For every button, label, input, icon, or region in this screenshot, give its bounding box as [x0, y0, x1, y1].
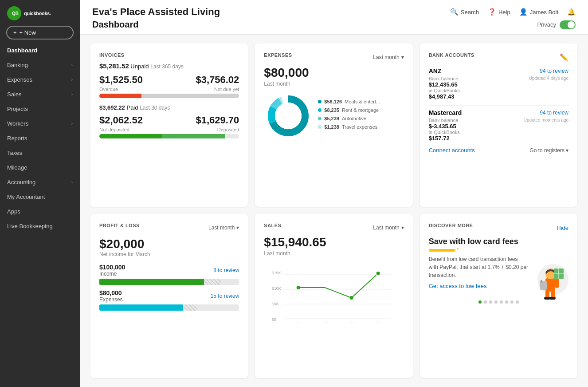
get-access-link[interactable]: Get access to low fees [429, 283, 529, 289]
sidebar-item-workers[interactable]: Workers › [0, 116, 80, 131]
invoices-unpaid: $5,281.52 Unpaid Last 365 days [99, 62, 239, 70]
chevron-icon: › [71, 92, 73, 97]
pl-income-review[interactable]: 8 to review [213, 267, 239, 273]
sales-total: $15,940.65 [264, 235, 404, 249]
sales-sub-label: Last month [264, 250, 404, 257]
bell-icon: 🔔 [567, 8, 576, 16]
sidebar-item-live-bookkeeping[interactable]: Live Bookkeeping [0, 219, 80, 233]
sidebar-item-sales[interactable]: Sales › [0, 87, 80, 102]
chevron-icon: › [71, 121, 73, 126]
sidebar-item-reports[interactable]: Reports [0, 131, 80, 146]
paid-amount: $3,692.22 [99, 104, 125, 111]
sidebar-item-banking[interactable]: Banking › [0, 58, 80, 72]
not-due-label: Not due yet [196, 87, 239, 92]
expenses-total: $80,000 [264, 66, 404, 80]
legend-dot-3 [318, 125, 321, 129]
overdue-col: $1,525.50 Overdue [99, 74, 143, 92]
pl-income-label: Income [99, 271, 125, 277]
review-link-anz[interactable]: 94 to review [540, 68, 568, 74]
review-link-mc[interactable]: 94 to review [540, 110, 568, 116]
sidebar-item-expenses[interactable]: Expenses › [0, 72, 80, 87]
expenses-sub-label: Last month [264, 81, 404, 87]
logo-icon: QB [7, 6, 21, 20]
chart-point-q1 [297, 286, 300, 289]
header-actions: 🔍 Search ❓ Help 👤 James Bolt 🔔 [450, 8, 576, 16]
sales-period-selector[interactable]: Last month ▾ [373, 225, 404, 231]
pl-net-income: $20,000 [99, 237, 239, 251]
discover-body: Benefit from low card transaction fees w… [429, 255, 568, 295]
main-content: Eva's Place Assisted Living 🔍 Search ❓ H… [80, 0, 588, 387]
privacy-toggle[interactable]: Privacy [537, 20, 576, 29]
user-name: James Bolt [530, 9, 558, 16]
pl-income-bar-hatch [204, 279, 221, 285]
pl-expenses-row-top: $80,000 Expenses 15 to review [99, 289, 239, 303]
go-to-registers-link[interactable]: Go to registers ▾ [529, 147, 568, 154]
mc-bank-bal-val: $-3,435.65 [429, 123, 460, 130]
invoices-card: INVOICES $5,281.52 Unpaid Last 365 days … [90, 43, 248, 207]
bank-title: BANK ACCOUNTS [429, 52, 474, 58]
dot-7 [516, 300, 519, 304]
pl-expenses-review[interactable]: 15 to review [211, 293, 239, 299]
invoices-unpaid-amount: $5,281.52 [99, 62, 129, 70]
sidebar-item-projects[interactable]: Projects [0, 102, 80, 116]
new-plus-icon: + [13, 29, 17, 36]
bank-divider [429, 105, 568, 106]
search-label: Search [461, 9, 479, 16]
expenses-period-selector[interactable]: Last month ▾ [373, 54, 404, 60]
pl-expenses-amount: $80,000 [99, 289, 123, 296]
sidebar-item-taxes[interactable]: Taxes [0, 146, 80, 160]
anz-updated: Updated 4 days ago [529, 76, 568, 100]
pl-income-row-top: $100,000 Income 8 to review [99, 264, 239, 277]
legend-dot-2 [318, 117, 321, 120]
bank-footer: Connect accounts Go to registers ▾ [429, 147, 568, 154]
svg-text:$10K: $10K [272, 286, 281, 291]
hide-button[interactable]: Hide [557, 225, 568, 231]
discover-progress-bar [429, 249, 455, 252]
company-name: Eva's Place Assisted Living [92, 6, 220, 18]
dot-1 [484, 300, 487, 304]
paid-label: Paid [126, 104, 138, 111]
discover-header: DISCOVER MORE Hide [429, 223, 568, 233]
search-action[interactable]: 🔍 Search [450, 8, 479, 16]
sidebar-item-apps[interactable]: Apps [0, 204, 80, 219]
sales-line [298, 273, 378, 298]
pl-period-selector[interactable]: Last month ▾ [208, 225, 239, 231]
sidebar-item-dashboard[interactable]: Dashboard [0, 43, 80, 58]
invoices-unpaid-period: Last 365 days [150, 63, 184, 70]
svg-point-6 [275, 103, 302, 129]
overdue-label: Overdue [99, 87, 143, 92]
expenses-card: EXPENSES Last month ▾ $80,000 Last month [255, 43, 412, 207]
toggle-switch[interactable] [560, 20, 576, 29]
mc-bank-bal-label: Bank balance [429, 118, 460, 123]
legend-amount-3: $1,238 [324, 124, 339, 130]
chevron-down-icon: ▾ [401, 54, 404, 60]
svg-rect-27 [549, 297, 556, 300]
connect-accounts-link[interactable]: Connect accounts [429, 147, 475, 154]
sidebar-item-mileage[interactable]: Mileage [0, 160, 80, 175]
help-action[interactable]: ❓ Help [488, 8, 510, 16]
pl-net-label: Net income for March [99, 251, 239, 257]
pl-income-left: $100,000 Income [99, 264, 125, 277]
legend-amount-0: $58,126 [324, 99, 342, 104]
sidebar-item-my-accountant[interactable]: My Accountant [0, 190, 80, 204]
mc-updated: Updated moments ago [524, 118, 568, 142]
new-button[interactable]: + + New [6, 26, 74, 39]
legend-item-2: $5,239 Automotive [318, 116, 404, 121]
sales-header: SALES Last month ▾ [264, 223, 404, 233]
chart-point-q3 [350, 296, 353, 300]
sidebar-label-my-accountant: My Accountant [7, 194, 45, 200]
bank-entry-mastercard: Mastercard 94 to review Bank balance $-3… [429, 109, 568, 142]
legend-label-1: Rent & mortgage [342, 107, 379, 113]
edit-icon[interactable]: ✏️ [560, 53, 568, 62]
notification-action[interactable]: 🔔 [567, 8, 576, 16]
pl-period: Last month [208, 225, 235, 231]
sidebar-item-accounting[interactable]: Accounting › [0, 175, 80, 190]
user-action[interactable]: 👤 James Bolt [519, 8, 558, 16]
deposited-amount: $1,629.70 [196, 115, 239, 126]
sidebar-label-taxes: Taxes [7, 150, 22, 156]
anz-qb-val: $4,987.43 [429, 93, 460, 100]
svg-text:Q3: Q3 [349, 322, 355, 323]
new-button-label: + New [20, 29, 36, 36]
pl-expenses-label: Expenses [99, 296, 123, 303]
dashboard-grid: INVOICES $5,281.52 Unpaid Last 365 days … [80, 35, 588, 387]
